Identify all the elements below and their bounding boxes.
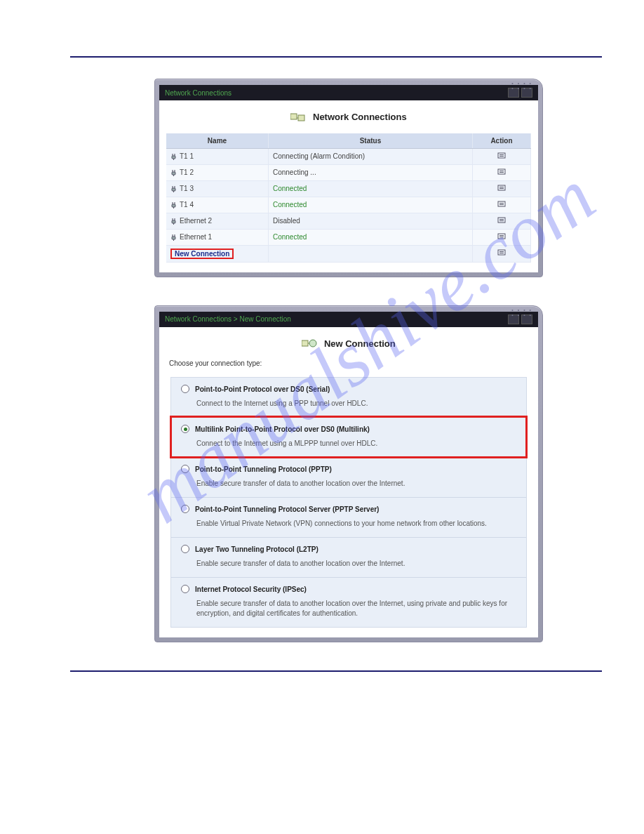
option-label: Multilink Point-to-Point Protocol over D… — [195, 425, 370, 433]
top-rule — [70, 56, 602, 58]
svg-point-31 — [309, 340, 316, 347]
new-connection-window: • • • •• • • • Network Connections > New… — [154, 305, 543, 643]
radio-button[interactable] — [181, 505, 189, 513]
option-description: Enable secure transfer of data to anothe… — [196, 559, 516, 569]
svg-rect-26 — [499, 237, 504, 237]
connection-name: Ethernet 1 — [180, 233, 212, 241]
table-row[interactable]: T1 4Connected — [166, 197, 531, 213]
svg-rect-1 — [298, 115, 304, 121]
connection-name: T1 4 — [180, 201, 194, 208]
svg-rect-19 — [172, 220, 175, 223]
svg-rect-14 — [499, 188, 504, 189]
svg-rect-12 — [498, 185, 505, 190]
radio-button[interactable] — [181, 385, 189, 393]
panel-body: New Connection Choose your connection ty… — [159, 327, 538, 638]
option-label: Internet Protocol Security (IPSec) — [195, 585, 307, 593]
table-row[interactable]: T1 3Connected — [166, 180, 531, 197]
panel-body: Network Connections Name Status Action T… — [159, 100, 538, 272]
svg-rect-30 — [302, 340, 308, 346]
panel-title: Network Connections — [166, 112, 531, 124]
connections-table: Name Status Action T1 1Connecting (Alarm… — [166, 133, 531, 263]
svg-rect-16 — [498, 201, 505, 206]
new-connection-row[interactable]: New Connection — [166, 245, 531, 262]
connection-icon — [302, 338, 317, 350]
connection-status: Disabled — [273, 217, 300, 225]
connection-name: T1 3 — [180, 185, 194, 192]
svg-rect-8 — [498, 169, 505, 174]
new-connection-link[interactable]: New Connection — [175, 250, 229, 258]
svg-rect-20 — [498, 218, 505, 223]
plug-icon — [170, 153, 177, 160]
panel-title: New Connection — [166, 338, 531, 350]
connection-name: Ethernet 2 — [180, 217, 212, 225]
svg-rect-18 — [499, 204, 504, 205]
option-description: Enable secure transfer of data to anothe… — [196, 479, 516, 489]
option-label: Layer Two Tunneling Protocol (L2TP) — [195, 545, 318, 553]
window-grip-dots: • • • •• • • • — [511, 307, 532, 317]
plug-icon — [170, 201, 177, 208]
table-row[interactable]: Ethernet 2Disabled — [166, 213, 531, 229]
connection-option[interactable]: Layer Two Tunneling Protocol (L2TP)Enabl… — [171, 537, 526, 577]
option-description: Enable Virtual Private Network (VPN) con… — [196, 519, 516, 529]
action-icon[interactable] — [497, 168, 507, 176]
svg-rect-15 — [172, 204, 175, 207]
svg-rect-4 — [498, 153, 505, 158]
svg-rect-25 — [499, 235, 504, 236]
option-description: Connect to the Internet using a PPP tunn… — [196, 399, 516, 409]
action-icon[interactable] — [497, 249, 507, 257]
svg-rect-17 — [499, 203, 504, 204]
connection-option[interactable]: Multilink Point-to-Point Protocol over D… — [171, 417, 526, 457]
radio-button[interactable] — [181, 425, 189, 433]
bottom-rule — [70, 670, 602, 672]
connection-status: Connected — [273, 233, 307, 241]
svg-rect-22 — [499, 220, 504, 221]
action-icon[interactable] — [497, 200, 507, 208]
table-row[interactable]: T1 1Connecting (Alarm Condition) — [166, 148, 531, 164]
svg-rect-5 — [499, 154, 504, 155]
action-icon[interactable] — [497, 216, 507, 225]
window-grip-dots: • • • •• • • • — [511, 81, 532, 91]
radio-button[interactable] — [181, 545, 189, 553]
svg-rect-0 — [290, 114, 297, 119]
col-action: Action — [472, 133, 530, 149]
connection-option[interactable]: Internet Protocol Security (IPSec)Enable… — [171, 577, 526, 627]
titlebar: Network Connections > New Connection — [159, 312, 538, 327]
plug-icon — [170, 218, 177, 225]
svg-rect-29 — [499, 253, 504, 253]
connection-status: Connecting (Alarm Condition) — [273, 152, 365, 160]
connection-option[interactable]: Point-to-Point Tunneling Protocol Server… — [171, 497, 526, 537]
svg-rect-7 — [172, 172, 175, 175]
svg-rect-27 — [498, 250, 505, 255]
svg-rect-3 — [172, 156, 175, 159]
connection-option[interactable]: Point-to-Point Tunneling Protocol (PPTP)… — [171, 457, 526, 497]
instruction-text: Choose your connection type: — [169, 359, 531, 367]
svg-rect-21 — [499, 219, 504, 220]
action-icon[interactable] — [497, 152, 507, 160]
svg-rect-11 — [172, 188, 175, 191]
option-description: Enable secure transfer of data to anothe… — [196, 599, 516, 618]
action-icon[interactable] — [497, 184, 507, 192]
option-label: Point-to-Point Protocol over DS0 (Serial… — [195, 385, 330, 393]
svg-rect-6 — [499, 156, 504, 157]
svg-rect-23 — [172, 237, 175, 239]
col-name: Name — [166, 133, 268, 149]
connection-option[interactable]: Point-to-Point Protocol over DS0 (Serial… — [171, 378, 526, 417]
plug-icon — [170, 185, 177, 192]
connection-status: Connected — [273, 201, 307, 208]
table-row[interactable]: Ethernet 1Connected — [166, 229, 531, 245]
svg-rect-9 — [499, 171, 504, 171]
radio-button[interactable] — [181, 585, 189, 593]
action-icon[interactable] — [497, 232, 507, 241]
connection-status: Connecting ... — [273, 168, 316, 176]
titlebar: Network Connections — [159, 85, 538, 100]
radio-button[interactable] — [181, 465, 189, 473]
connection-name: T1 2 — [180, 168, 194, 176]
breadcrumb: Network Connections — [165, 89, 232, 97]
table-row[interactable]: T1 2Connecting ... — [166, 164, 531, 180]
option-label: Point-to-Point Tunneling Protocol (PPTP) — [195, 465, 332, 473]
svg-rect-13 — [499, 187, 504, 187]
svg-rect-24 — [498, 234, 505, 239]
option-description: Connect to the Internet using a MLPPP tu… — [196, 439, 516, 449]
breadcrumb: Network Connections > New Connection — [165, 315, 291, 323]
network-icon — [290, 112, 306, 124]
